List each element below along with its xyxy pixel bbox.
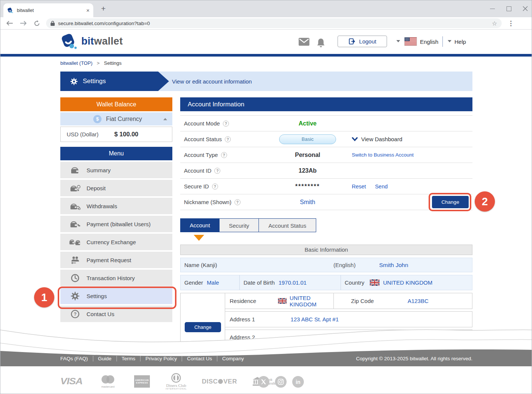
notifications-bell-icon[interactable] (316, 38, 326, 49)
footer-link-company[interactable]: Company (222, 356, 244, 361)
help-icon[interactable]: ? (221, 152, 227, 158)
basic-information-header: Basic Information (180, 245, 472, 255)
account-information-panel: Account Information Account Mode ? Activ… (180, 97, 472, 345)
discover-logo: DISCVER (202, 378, 237, 385)
help-icon[interactable]: ? (214, 168, 220, 174)
breadcrumb-separator: > (97, 60, 100, 66)
site-header: bitwallet Logout English Help (0, 30, 532, 54)
sidebar-item-deposit[interactable]: Deposit (60, 180, 172, 196)
language-dropdown-caret-icon[interactable] (396, 40, 400, 42)
country-value: UNITED KINGDOM (383, 279, 433, 286)
sidebar-item-withdrawals[interactable]: Withdrawals (60, 198, 172, 214)
tab-close-icon[interactable]: × (86, 7, 90, 13)
us-flag-icon (404, 37, 417, 46)
secure-id-label: Secure ID (184, 183, 209, 190)
sidebar-item-payment[interactable]: Payment (bitwallet Users) (60, 216, 172, 232)
account-status-label: Account Status (184, 136, 222, 142)
help-dropdown-caret-icon[interactable] (448, 40, 451, 42)
tab-account-status[interactable]: Account Status (259, 218, 316, 232)
bookmark-star-icon[interactable]: ☆ (492, 20, 497, 27)
instagram-icon[interactable] (275, 376, 287, 388)
address1-value: 123 ABC St. Apt #1 (291, 316, 339, 322)
browser-window: bitwallet × + secure.bitwallet.com/confi… (0, 0, 532, 394)
sidebar-item-currency-exchange[interactable]: Currency Exchange (60, 234, 172, 250)
browser-tab[interactable]: bitwallet × (3, 3, 93, 17)
residence-cell: Residence UNITED KINGDOM (225, 293, 334, 309)
switch-to-business-link[interactable]: Switch to Business Account (352, 152, 414, 158)
svg-text:?: ? (73, 312, 76, 317)
dob-value: 1970.01.01 (278, 279, 306, 286)
settings-tabs: Account Security Account Status (180, 218, 472, 232)
new-tab-button[interactable]: + (99, 4, 108, 13)
help-menu[interactable]: Help (454, 39, 466, 45)
address-change-button[interactable]: Change (185, 322, 221, 332)
currency-amount: $ 100.00 (114, 131, 138, 138)
reload-button-icon[interactable] (33, 19, 41, 27)
linkedin-icon[interactable]: in (292, 376, 304, 388)
view-dashboard-link[interactable]: View Dashboard (352, 136, 402, 142)
dollar-circle-icon: $ (93, 115, 102, 123)
bitwallet-logo[interactable]: bitwallet (60, 33, 123, 50)
lock-icon (51, 21, 55, 26)
zip-code-value: A123BC (408, 298, 429, 304)
secure-id-send-link[interactable]: Send (375, 184, 388, 190)
window-minimize-button[interactable] (489, 5, 496, 12)
residence-value: UNITED KINGDOM (290, 295, 333, 307)
wallet-balance-header: Wallet Balance (60, 97, 172, 111)
contact-us-question-icon: ? (69, 309, 81, 319)
window-maximize-button[interactable] (505, 5, 513, 12)
chevron-down-icon (352, 137, 358, 141)
annotation-highlight-settings (58, 287, 176, 309)
x-twitter-icon[interactable] (258, 376, 269, 388)
help-icon[interactable]: ? (212, 184, 218, 190)
footer-links: FAQs (FAQ) Guide Terms Privacy Policy Co… (0, 351, 532, 366)
uk-flag-icon (278, 298, 287, 304)
footer-link-privacy[interactable]: Privacy Policy (145, 356, 177, 361)
footer-link-terms[interactable]: Terms (122, 356, 136, 361)
breadcrumb-home-link[interactable]: bitwallet (TOP) (60, 60, 93, 66)
footer-link-guide[interactable]: Guide (98, 356, 112, 361)
footer-link-faq[interactable]: FAQs (FAQ) (60, 356, 88, 361)
account-mode-row: Account Mode ? Active (180, 116, 472, 131)
fiat-currency-row[interactable]: $ Fiat Currency (60, 112, 172, 125)
sidebar-item-payment-request[interactable]: Payment Request (60, 252, 172, 268)
logout-button[interactable]: Logout (338, 36, 387, 47)
dob-cell: Date of Birth 1970.01.01 (240, 275, 341, 290)
messages-envelope-icon[interactable] (299, 38, 309, 47)
payment-icon (69, 220, 81, 228)
address2-label: Address 2 (230, 334, 255, 340)
back-button-icon[interactable] (6, 19, 14, 27)
browser-address-bar: secure.bitwallet.com/configuration?tab=0… (0, 17, 532, 30)
gender-value: Male (207, 279, 219, 286)
help-icon[interactable]: ? (225, 136, 231, 142)
name-row: Name (Kanji) (English) Smith John (180, 258, 472, 272)
address1-row: Address 1 123 ABC St. Apt #1 (225, 311, 472, 327)
browser-menu-icon[interactable]: ⋮ (508, 19, 514, 27)
settings-banner-arrow: Settings (60, 72, 169, 91)
tab-account[interactable]: Account (180, 218, 220, 232)
currency-name: USD (Dollar) (67, 131, 99, 137)
window-close-button[interactable] (522, 5, 529, 12)
name-english-value: Smith John (379, 262, 408, 269)
footer-link-contact[interactable]: Contact Us (187, 356, 212, 361)
country-cell: Country UNITED KINGDOM (341, 275, 472, 290)
sidebar-item-summary[interactable]: Summary (60, 162, 172, 178)
url-input[interactable]: secure.bitwallet.com/configuration?tab=0… (46, 18, 502, 28)
bitwallet-logo-text: bitwallet (81, 36, 123, 47)
menu-header: Menu (60, 147, 172, 160)
secure-id-reset-link[interactable]: Reset (352, 184, 366, 190)
chevron-up-icon[interactable] (163, 118, 167, 120)
account-type-label: Account Type (184, 152, 218, 158)
mastercard-logo: mastercard (100, 375, 116, 388)
sidebar-item-transaction-history[interactable]: Transaction History (60, 270, 172, 286)
header-divider (442, 36, 443, 47)
residence-label: Residence (230, 298, 256, 304)
tab-security[interactable]: Security (220, 218, 259, 232)
uk-flag-icon (370, 279, 380, 286)
language-selector[interactable]: English (420, 39, 438, 45)
forward-button-icon[interactable] (19, 19, 27, 27)
active-tab-pointer-icon (194, 235, 204, 241)
help-icon[interactable]: ? (223, 121, 229, 127)
breadcrumb: bitwallet (TOP) > Settings (60, 60, 122, 66)
residence-zip-row: Residence UNITED KINGDOM Zip Code A123BC (225, 293, 472, 309)
